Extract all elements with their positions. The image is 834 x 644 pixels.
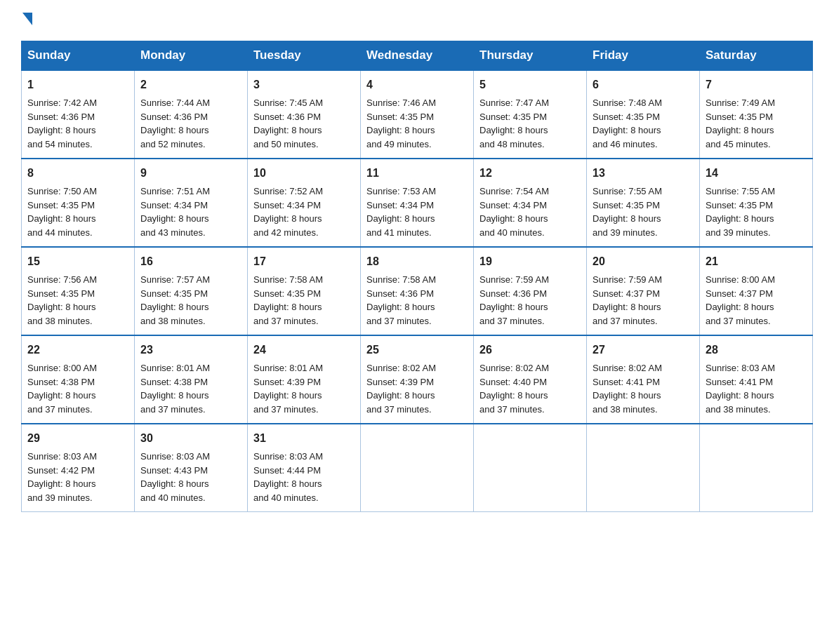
sunset-label: Sunset: 4:39 PM [253,377,321,387]
daylight-label: Daylight: 8 hours [706,302,774,312]
calendar-cell: 7Sunrise: 7:49 AMSunset: 4:35 PMDaylight… [700,70,813,159]
calendar-cell: 10Sunrise: 7:52 AMSunset: 4:34 PMDayligh… [248,159,361,247]
calendar-cell [361,424,474,512]
calendar-cell: 4Sunrise: 7:46 AMSunset: 4:35 PMDaylight… [361,70,474,159]
column-header-monday: Monday [135,41,248,71]
sunset-label: Sunset: 4:34 PM [253,200,321,210]
day-number: 6 [593,76,694,93]
day-number: 11 [366,165,468,182]
daylight-label: Daylight: 8 hours [366,390,435,401]
daylight-label: Daylight: 8 hours [593,302,661,312]
calendar-cell: 16Sunrise: 7:57 AMSunset: 4:35 PMDayligh… [135,247,248,335]
daylight-label: Daylight: 8 hours [140,125,209,135]
calendar-cell [474,424,587,512]
sunrise-label: Sunrise: 7:51 AM [140,186,210,196]
daylight-minutes: and 38 minutes. [140,316,206,326]
calendar-cell [587,424,700,512]
calendar-cell: 19Sunrise: 7:59 AMSunset: 4:36 PMDayligh… [474,247,587,335]
sunrise-label: Sunrise: 7:47 AM [479,98,549,108]
calendar-cell: 28Sunrise: 8:03 AMSunset: 4:41 PMDayligh… [700,335,813,424]
sunset-label: Sunset: 4:39 PM [366,377,434,387]
daylight-label: Daylight: 8 hours [366,125,435,135]
daylight-label: Daylight: 8 hours [140,390,209,401]
sunrise-label: Sunrise: 8:02 AM [593,363,662,373]
sunset-label: Sunset: 4:36 PM [253,112,321,122]
daylight-minutes: and 48 minutes. [479,139,545,149]
daylight-minutes: and 43 minutes. [140,227,206,238]
daylight-minutes: and 37 minutes. [140,404,206,415]
daylight-label: Daylight: 8 hours [140,302,209,312]
daylight-label: Daylight: 8 hours [140,213,209,224]
sunrise-label: Sunrise: 7:56 AM [27,274,97,285]
day-number: 28 [706,342,807,358]
daylight-minutes: and 38 minutes. [593,404,658,415]
calendar-cell: 22Sunrise: 8:00 AMSunset: 4:38 PMDayligh… [22,335,135,424]
calendar-week-row: 22Sunrise: 8:00 AMSunset: 4:38 PMDayligh… [22,335,813,424]
daylight-label: Daylight: 8 hours [706,390,774,401]
daylight-minutes: and 50 minutes. [253,139,319,149]
daylight-label: Daylight: 8 hours [27,302,96,312]
calendar-cell: 17Sunrise: 7:58 AMSunset: 4:35 PMDayligh… [248,247,361,335]
sunset-label: Sunset: 4:37 PM [706,288,773,299]
sunset-label: Sunset: 4:35 PM [593,200,660,210]
calendar-week-row: 8Sunrise: 7:50 AMSunset: 4:35 PMDaylight… [22,159,813,247]
sunrise-label: Sunrise: 7:44 AM [140,98,210,108]
day-number: 15 [27,253,128,270]
sunrise-label: Sunrise: 7:55 AM [593,186,662,196]
calendar-cell: 18Sunrise: 7:58 AMSunset: 4:36 PMDayligh… [361,247,474,335]
daylight-minutes: and 52 minutes. [140,139,206,149]
daylight-minutes: and 45 minutes. [706,139,771,149]
calendar-cell: 24Sunrise: 8:01 AMSunset: 4:39 PMDayligh… [248,335,361,424]
day-number: 9 [140,165,241,182]
sunrise-label: Sunrise: 8:03 AM [706,363,775,373]
sunset-label: Sunset: 4:34 PM [140,200,208,210]
calendar-cell: 2Sunrise: 7:44 AMSunset: 4:36 PMDaylight… [135,70,248,159]
day-number: 20 [593,253,694,270]
calendar-cell: 3Sunrise: 7:45 AMSunset: 4:36 PMDaylight… [248,70,361,159]
sunrise-label: Sunrise: 7:46 AM [366,98,436,108]
sunset-label: Sunset: 4:41 PM [706,377,773,387]
daylight-minutes: and 49 minutes. [366,139,432,149]
daylight-minutes: and 40 minutes. [479,227,545,238]
column-header-friday: Friday [587,41,700,71]
day-number: 14 [706,165,807,182]
daylight-label: Daylight: 8 hours [27,213,96,224]
day-number: 16 [140,253,241,270]
daylight-minutes: and 37 minutes. [479,316,545,326]
sunset-label: Sunset: 4:40 PM [479,377,547,387]
sunset-label: Sunset: 4:35 PM [479,112,547,122]
sunset-label: Sunset: 4:37 PM [593,288,660,299]
daylight-minutes: and 37 minutes. [253,316,319,326]
day-number: 29 [27,430,128,447]
daylight-minutes: and 37 minutes. [479,404,545,415]
calendar-cell: 21Sunrise: 8:00 AMSunset: 4:37 PMDayligh… [700,247,813,335]
calendar-cell: 11Sunrise: 7:53 AMSunset: 4:34 PMDayligh… [361,159,474,247]
daylight-label: Daylight: 8 hours [27,125,96,135]
daylight-label: Daylight: 8 hours [366,302,435,312]
day-number: 25 [366,342,468,358]
calendar-cell: 26Sunrise: 8:02 AMSunset: 4:40 PMDayligh… [474,335,587,424]
day-number: 26 [479,342,581,358]
column-header-sunday: Sunday [22,41,135,71]
sunrise-label: Sunrise: 7:58 AM [366,274,436,285]
calendar-cell: 14Sunrise: 7:55 AMSunset: 4:35 PMDayligh… [700,159,813,247]
calendar-cell: 15Sunrise: 7:56 AMSunset: 4:35 PMDayligh… [22,247,135,335]
sunrise-label: Sunrise: 7:59 AM [593,274,662,285]
sunrise-label: Sunrise: 7:58 AM [253,274,323,285]
day-number: 7 [706,76,807,93]
day-number: 22 [27,342,128,358]
daylight-label: Daylight: 8 hours [479,213,548,224]
calendar-cell: 13Sunrise: 7:55 AMSunset: 4:35 PMDayligh… [587,159,700,247]
day-number: 5 [479,76,581,93]
sunset-label: Sunset: 4:34 PM [366,200,434,210]
daylight-minutes: and 37 minutes. [253,404,319,415]
sunrise-label: Sunrise: 8:03 AM [27,451,97,462]
calendar-cell: 27Sunrise: 8:02 AMSunset: 4:41 PMDayligh… [587,335,700,424]
sunrise-label: Sunrise: 8:02 AM [366,363,436,373]
sunset-label: Sunset: 4:35 PM [140,288,208,299]
sunset-label: Sunset: 4:35 PM [706,112,773,122]
sunset-label: Sunset: 4:36 PM [479,288,547,299]
calendar-week-row: 1Sunrise: 7:42 AMSunset: 4:36 PMDaylight… [22,70,813,159]
sunset-label: Sunset: 4:36 PM [27,112,95,122]
sunrise-label: Sunrise: 7:52 AM [253,186,323,196]
